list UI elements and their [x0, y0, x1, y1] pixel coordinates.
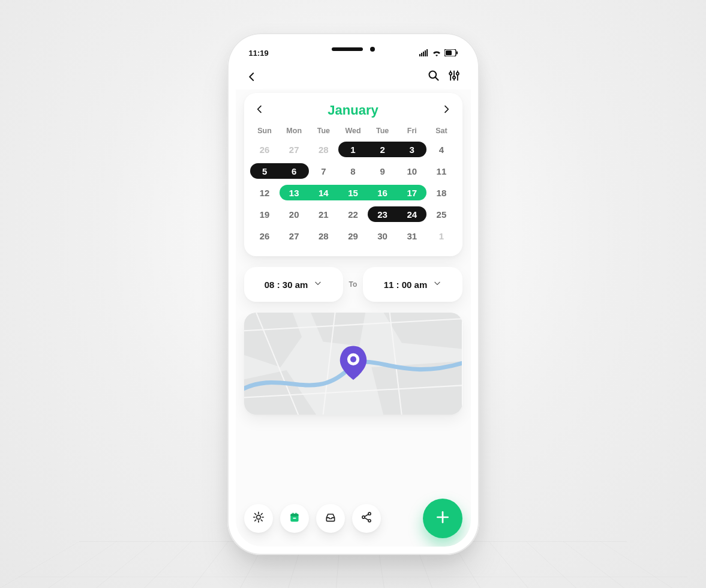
plus-icon [435, 509, 450, 527]
calendar-week: 567891011 [250, 161, 456, 181]
svg-point-18 [350, 356, 356, 362]
calendar-day[interactable]: 24 [397, 209, 426, 220]
time-to-label: To [349, 280, 357, 289]
svg-rect-32 [293, 518, 296, 519]
svg-rect-6 [446, 50, 452, 55]
calendar-day[interactable]: 5 [250, 166, 280, 176]
search-icon[interactable] [428, 70, 440, 84]
time-from-picker[interactable]: 08 : 30 am [244, 267, 343, 302]
calendar-day[interactable]: 11 [426, 166, 456, 176]
inbox-button[interactable] [316, 504, 345, 533]
svg-point-19 [256, 515, 260, 520]
filter-icon[interactable] [448, 70, 460, 84]
wifi-icon [432, 49, 441, 56]
calendar-day[interactable]: 1 [338, 145, 368, 155]
calendar-day[interactable]: 28 [309, 231, 338, 241]
calendar-day[interactable]: 22 [338, 209, 368, 220]
volume-up-button [225, 147, 227, 176]
calendar-day[interactable]: 10 [397, 166, 426, 176]
share-icon [360, 511, 372, 526]
power-button [479, 156, 482, 192]
side-button [225, 117, 227, 134]
back-button[interactable] [247, 71, 257, 82]
time-range-row: 08 : 30 am To 11 : 00 am [244, 267, 462, 302]
brightness-button[interactable] [244, 504, 273, 533]
calendar-day[interactable]: 8 [338, 166, 368, 176]
screen: 11:19 [236, 41, 471, 547]
month-label: January [328, 103, 378, 118]
status-bar: 11:19 [236, 41, 471, 64]
next-month-button[interactable] [441, 104, 451, 116]
weekday-label: Tue [309, 127, 338, 135]
weekday-label: Fri [397, 127, 426, 135]
svg-rect-4 [426, 49, 428, 56]
notch [332, 47, 375, 52]
sun-icon [253, 511, 265, 526]
calendar-day[interactable]: 27 [280, 145, 309, 155]
map-card[interactable] [244, 313, 462, 415]
phone-frame: 11:19 [227, 33, 479, 555]
calendar-day[interactable]: 27 [280, 231, 309, 241]
svg-rect-29 [290, 514, 298, 516]
calendar-week: 2627282930311 [250, 226, 456, 245]
calendar-day[interactable]: 13 [280, 188, 309, 198]
svg-rect-31 [295, 513, 296, 515]
calendar-day[interactable]: 1 [426, 231, 456, 241]
calendar-day[interactable]: 21 [309, 209, 338, 220]
calendar-day[interactable]: 17 [397, 188, 426, 198]
calendar-day[interactable]: 12 [250, 188, 280, 198]
svg-line-24 [254, 514, 256, 515]
svg-point-13 [452, 76, 455, 79]
svg-line-9 [435, 77, 438, 80]
calendar-day[interactable]: 30 [368, 231, 397, 241]
svg-rect-2 [423, 52, 424, 56]
share-button[interactable] [352, 504, 381, 533]
svg-rect-0 [419, 54, 420, 56]
calendar-icon [289, 511, 301, 526]
svg-rect-30 [292, 513, 293, 515]
calendar-day[interactable]: 26 [250, 145, 280, 155]
signal-icon [419, 49, 429, 56]
weekday-header: SunMonTueWedTueFriSat [250, 127, 456, 135]
volume-down-button [225, 183, 227, 212]
calendar-day[interactable]: 25 [426, 209, 456, 220]
calendar-day[interactable]: 19 [250, 209, 280, 220]
calendar-day[interactable]: 7 [309, 166, 338, 176]
calendar-day[interactable]: 6 [280, 166, 309, 176]
calendar-day[interactable]: 3 [397, 145, 426, 155]
app-navbar [236, 64, 471, 89]
calendar-day[interactable]: 16 [368, 188, 397, 198]
calendar-day[interactable]: 2 [368, 145, 397, 155]
svg-point-11 [449, 73, 452, 75]
weekday-label: Tue [368, 127, 397, 135]
date-button[interactable] [280, 504, 309, 533]
calendar-day[interactable]: 31 [397, 231, 426, 241]
svg-line-25 [261, 520, 262, 521]
add-button[interactable] [423, 499, 462, 538]
battery-icon [444, 49, 458, 56]
svg-point-15 [456, 73, 458, 75]
svg-line-36 [364, 514, 368, 517]
svg-line-26 [254, 520, 256, 521]
calendar-week: 12131415161718 [250, 183, 456, 202]
calendar-day[interactable]: 15 [338, 188, 368, 198]
time-to-picker[interactable]: 11 : 00 am [363, 267, 462, 302]
calendar-day[interactable]: 18 [426, 188, 456, 198]
calendar-day[interactable]: 26 [250, 231, 280, 241]
chevron-down-icon [433, 279, 441, 290]
calendar-day[interactable]: 28 [309, 145, 338, 155]
calendar-day[interactable]: 14 [309, 188, 338, 198]
svg-rect-1 [421, 53, 422, 56]
chevron-down-icon [314, 279, 322, 290]
prev-month-button[interactable] [255, 104, 265, 116]
calendar-day[interactable]: 9 [368, 166, 397, 176]
weekday-label: Wed [338, 127, 368, 135]
time-from-value: 08 : 30 am [265, 280, 308, 290]
weekday-label: Mon [280, 127, 309, 135]
svg-line-27 [261, 514, 262, 515]
calendar-day[interactable]: 29 [338, 231, 368, 241]
calendar-card: January SunMonTueWedTueFriSat 2627281234… [244, 93, 462, 256]
calendar-day[interactable]: 23 [368, 209, 397, 220]
calendar-day[interactable]: 20 [280, 209, 309, 220]
calendar-day[interactable]: 4 [426, 145, 456, 155]
